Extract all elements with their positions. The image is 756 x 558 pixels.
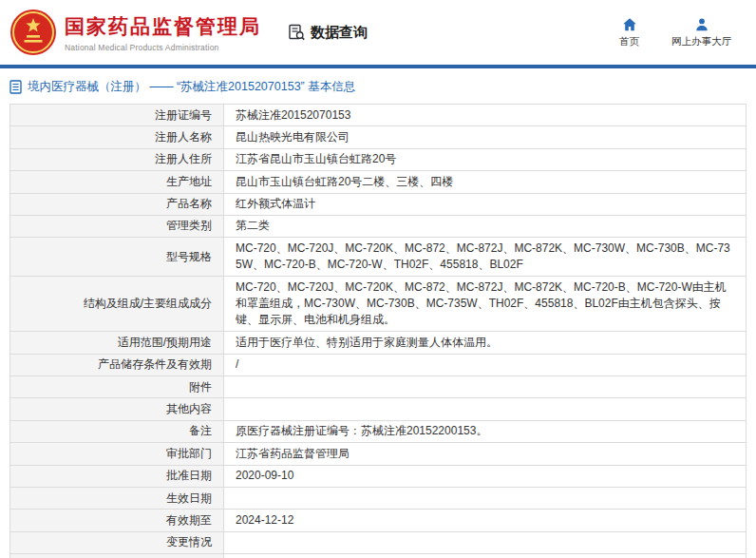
row-value: 详情 bbox=[224, 554, 747, 558]
row-label: 生产地址 bbox=[10, 171, 224, 193]
table-row: 产品名称红外额式体温计 bbox=[10, 193, 747, 215]
table-row: 产品储存条件及有效期/ bbox=[10, 354, 747, 375]
info-table-body: 注册证编号苏械注准20152070153注册人名称昆山热映光电有限公司注册人住所… bbox=[10, 105, 747, 558]
row-value: 第二类 bbox=[224, 215, 747, 237]
row-value: 原医疗器械注册证编号：苏械注准20152200153。 bbox=[224, 420, 747, 442]
row-label: 备注 bbox=[10, 420, 224, 442]
row-label: 注册证编号 bbox=[10, 105, 224, 126]
table-row: 结构及组成/主要组成成分MC-720、MC-720J、MC-720K、MC-87… bbox=[10, 277, 747, 332]
breadcrumb: 境内医疗器械（注册） —— “苏械注准20152070153” 基本信息 bbox=[0, 68, 756, 104]
data-query-title: 数据查询 bbox=[288, 24, 368, 42]
table-row: 生产地址昆山市玉山镇台虹路20号二楼、三楼、四楼 bbox=[10, 171, 747, 193]
row-label: 附件 bbox=[10, 376, 224, 398]
table-row: 审批部门江苏省药品监督管理局 bbox=[10, 443, 747, 465]
site-header: 国家药品监督管理局 National Medical Products Admi… bbox=[0, 0, 756, 65]
document-icon bbox=[9, 80, 22, 94]
top-nav: 首页 网上办事大厅 bbox=[619, 17, 731, 48]
row-value bbox=[224, 376, 747, 398]
row-label: 审批部门 bbox=[10, 443, 224, 465]
nav-home-label: 首页 bbox=[619, 35, 639, 48]
table-row: 其他内容 bbox=[10, 398, 747, 420]
row-value: / bbox=[224, 354, 747, 375]
row-value: 江苏省昆山市玉山镇台虹路20号 bbox=[224, 148, 747, 170]
row-label: 产品储存条件及有效期 bbox=[10, 354, 224, 375]
row-value: 昆山市玉山镇台虹路20号二楼、三楼、四楼 bbox=[224, 171, 747, 193]
data-query-icon bbox=[288, 24, 305, 41]
table-row: 注详情 bbox=[10, 554, 747, 558]
agency-names: 国家药品监督管理局 National Medical Products Admi… bbox=[65, 13, 261, 52]
agency-name-en: National Medical Products Administration bbox=[65, 43, 261, 52]
row-label: 型号规格 bbox=[10, 238, 224, 277]
row-value bbox=[224, 531, 747, 553]
row-value bbox=[224, 398, 747, 420]
person-icon bbox=[694, 17, 709, 32]
row-value: MC-720、MC-720J、MC-720K、MC-872、MC-872J、MC… bbox=[224, 238, 747, 277]
row-label: 管理类别 bbox=[10, 215, 224, 237]
row-value: 苏械注准20152070153 bbox=[224, 105, 747, 126]
table-row: 有效期至2024-12-12 bbox=[10, 510, 747, 531]
nav-service-hall[interactable]: 网上办事大厅 bbox=[671, 17, 731, 48]
row-label: 变更情况 bbox=[10, 531, 224, 553]
table-row: 注册人住所江苏省昆山市玉山镇台虹路20号 bbox=[10, 148, 747, 170]
table-row: 生效日期 bbox=[10, 488, 747, 510]
data-query-label: 数据查询 bbox=[311, 24, 368, 42]
row-label: 注 bbox=[10, 554, 224, 558]
row-label: 注册人住所 bbox=[10, 148, 224, 170]
table-row: 批准日期2020-09-10 bbox=[10, 465, 747, 487]
row-label: 其他内容 bbox=[10, 398, 224, 420]
table-row: 型号规格MC-720、MC-720J、MC-720K、MC-872、MC-872… bbox=[10, 238, 747, 277]
agency-name-cn: 国家药品监督管理局 bbox=[65, 13, 261, 40]
table-row: 注册人名称昆山热映光电有限公司 bbox=[10, 126, 747, 148]
row-label: 产品名称 bbox=[10, 193, 224, 215]
row-label: 结构及组成/主要组成成分 bbox=[10, 277, 224, 332]
nav-service-hall-label: 网上办事大厅 bbox=[671, 35, 731, 48]
table-row: 附件 bbox=[10, 376, 747, 398]
agency-logo-block: 国家药品监督管理局 National Medical Products Admi… bbox=[9, 9, 261, 56]
row-label: 有效期至 bbox=[10, 510, 224, 531]
row-label: 适用范围/预期用途 bbox=[10, 332, 224, 354]
row-value: 昆山热映光电有限公司 bbox=[224, 126, 747, 148]
row-value: 红外额式体温计 bbox=[224, 193, 747, 215]
nav-home[interactable]: 首页 bbox=[619, 17, 639, 48]
row-label: 生效日期 bbox=[10, 488, 224, 510]
breadcrumb-text: 境内医疗器械（注册） —— “苏械注准20152070153” 基本信息 bbox=[28, 79, 355, 95]
table-row: 备注原医疗器械注册证编号：苏械注准20152200153。 bbox=[10, 420, 747, 442]
row-label: 批准日期 bbox=[10, 465, 224, 487]
row-value: 2020-09-10 bbox=[224, 465, 747, 487]
row-value: 江苏省药品监督管理局 bbox=[224, 443, 747, 465]
table-row: 管理类别第二类 bbox=[10, 215, 747, 237]
row-label: 注册人名称 bbox=[10, 126, 224, 148]
table-row: 注册证编号苏械注准20152070153 bbox=[10, 105, 747, 126]
row-value: 2024-12-12 bbox=[224, 510, 747, 531]
row-value: 适用于医疗单位、特别适用于家庭测量人体体温用。 bbox=[224, 332, 747, 354]
home-icon bbox=[622, 17, 637, 32]
national-emblem-icon bbox=[9, 9, 57, 56]
registration-info-table: 注册证编号苏械注准20152070153注册人名称昆山热映光电有限公司注册人住所… bbox=[9, 104, 747, 558]
table-row: 变更情况 bbox=[10, 531, 747, 553]
table-row: 适用范围/预期用途适用于医疗单位、特别适用于家庭测量人体体温用。 bbox=[10, 332, 747, 354]
row-value: MC-720、MC-720J、MC-720K、MC-872、MC-872J、MC… bbox=[224, 277, 747, 332]
row-value bbox=[224, 488, 747, 510]
